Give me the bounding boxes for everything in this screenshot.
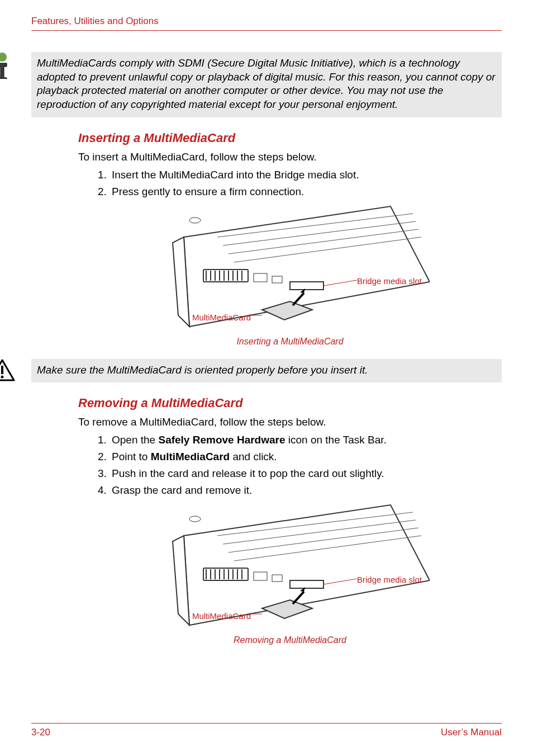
svg-point-20 xyxy=(189,218,201,223)
svg-rect-38 xyxy=(272,575,282,582)
svg-rect-37 xyxy=(254,572,267,580)
svg-point-0 xyxy=(0,53,7,62)
warning-icon xyxy=(0,359,15,382)
running-header: Features, Utilities and Options xyxy=(31,16,502,31)
figure-caption-removing: Removing a MultiMediaCard xyxy=(78,635,502,645)
figure-inserting: Bridge media slot MultiMediaCard xyxy=(78,204,502,332)
list-item: Grasp the card and remove it. xyxy=(110,484,502,497)
list-item: Push in the card and release it to pop t… xyxy=(110,467,502,480)
list-item: Insert the MultiMediaCard into the Bridg… xyxy=(110,169,502,181)
figure-removing: Bridge media slot MultiMediaCard xyxy=(78,502,502,631)
figure-label-mmc: MultiMediaCard xyxy=(192,611,251,621)
page-footer: 3-20 User’s Manual xyxy=(31,723,502,738)
list-item: Press gently to ensure a firm connection… xyxy=(110,186,502,198)
svg-rect-16 xyxy=(272,276,282,283)
svg-point-22 xyxy=(1,375,4,378)
page-number: 3-20 xyxy=(31,727,50,738)
svg-point-42 xyxy=(189,516,201,522)
section1-steps: Insert the MultiMediaCard into the Bridg… xyxy=(78,169,502,198)
section-title-removing: Removing a MultiMediaCard xyxy=(78,396,502,410)
figure-caption-inserting: Inserting a MultiMediaCard xyxy=(78,337,502,347)
svg-rect-17 xyxy=(290,282,323,290)
figure-label-mmc: MultiMediaCard xyxy=(192,313,251,322)
svg-rect-15 xyxy=(254,273,267,282)
svg-rect-39 xyxy=(290,580,323,588)
section1-intro: To insert a MultiMediaCard, follow the s… xyxy=(78,151,502,163)
section2-steps: Open the Safely Remove Hardware icon on … xyxy=(78,434,502,497)
list-item: Open the Safely Remove Hardware icon on … xyxy=(110,434,502,446)
page: Features, Utilities and Options MultiMed… xyxy=(0,0,533,756)
warning-callout: Make sure the MultiMediaCard is oriented… xyxy=(0,359,502,383)
info-text: MultiMediaCards comply with SDMI (Secure… xyxy=(31,52,502,117)
info-callout: MultiMediaCards comply with SDMI (Secure… xyxy=(0,52,502,117)
section-title-inserting: Inserting a MultiMediaCard xyxy=(78,131,502,145)
figure-label-bridge-slot: Bridge media slot xyxy=(357,575,422,584)
info-icon xyxy=(0,52,15,79)
manual-title: User’s Manual xyxy=(441,727,502,738)
figure-label-bridge-slot: Bridge media slot xyxy=(357,276,422,286)
list-item: Point to MultiMediaCard and click. xyxy=(110,451,502,463)
section2-intro: To remove a MultiMediaCard, follow the s… xyxy=(78,416,502,428)
warning-text: Make sure the MultiMediaCard is oriented… xyxy=(31,359,502,383)
